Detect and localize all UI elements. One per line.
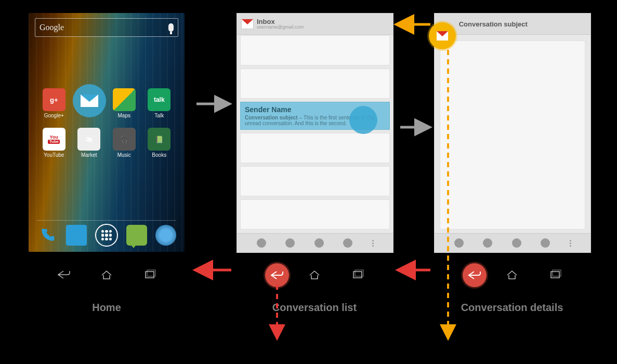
dock-phone[interactable]: [37, 225, 58, 246]
app-grid: g+Google+ MGmail Maps talkTalk YouTubeYo…: [38, 88, 175, 158]
caption-detail: Conversation details: [461, 302, 563, 314]
list-item[interactable]: [240, 35, 390, 65]
dock-contacts[interactable]: [66, 225, 87, 246]
app-talk[interactable]: talkTalk: [143, 88, 176, 118]
overflow-icon[interactable]: [372, 240, 374, 247]
dock-divider: [37, 220, 176, 221]
action-icon[interactable]: [314, 238, 324, 248]
dock-browser[interactable]: [155, 225, 176, 246]
conversation-rows: Sender Name Conversation subject – This …: [240, 35, 390, 232]
nav-recents[interactable]: [547, 269, 563, 282]
dock-all-apps[interactable]: [95, 224, 118, 247]
home-phone: Google g+Google+ MGmail Maps talkTalk Yo…: [29, 13, 185, 262]
diagram-stage: Google g+Google+ MGmail Maps talkTalk Yo…: [21, 13, 598, 304]
dock: [29, 224, 185, 247]
column-home: Google g+Google+ MGmail Maps talkTalk Yo…: [29, 13, 185, 314]
back-highlight: [463, 263, 487, 287]
ab-title: Conversation subject: [459, 21, 528, 28]
column-detail: ‹ Conversation subject: [434, 13, 590, 314]
search-label: Google: [40, 23, 64, 32]
gmail-icon: [437, 31, 448, 41]
nav-recents[interactable]: [142, 269, 157, 282]
nav-home[interactable]: [99, 269, 114, 282]
action-bar[interactable]: ‹ Conversation subject: [435, 14, 590, 35]
gmail-icon: [241, 19, 254, 29]
up-highlight: [429, 22, 456, 49]
app-maps[interactable]: Maps: [108, 88, 140, 118]
split-action-bar: [435, 233, 590, 252]
app-youtube[interactable]: YouTubeYouTube: [38, 128, 70, 158]
action-icon[interactable]: [483, 238, 492, 248]
action-icon[interactable]: [285, 238, 295, 248]
app-music[interactable]: 🎧Music: [108, 128, 140, 158]
detail-phone: ‹ Conversation subject: [434, 13, 590, 262]
list-item[interactable]: [240, 69, 390, 99]
inbox-screen: Inbox username@gmail.com Sender Name Con…: [237, 13, 393, 253]
list-item[interactable]: [240, 133, 390, 163]
dock-messaging[interactable]: [126, 225, 147, 246]
list-item[interactable]: [240, 199, 390, 230]
app-books[interactable]: 📗Books: [143, 128, 176, 158]
action-icon[interactable]: [541, 238, 550, 248]
column-list: Inbox username@gmail.com Sender Name Con…: [237, 13, 392, 314]
app-googleplus[interactable]: g+Google+: [38, 88, 70, 118]
system-navbar-home: [29, 266, 185, 285]
search-bar[interactable]: Google: [35, 18, 178, 37]
action-icon[interactable]: [454, 238, 464, 248]
action-icon[interactable]: [343, 238, 352, 248]
detail-screen: ‹ Conversation subject: [434, 13, 591, 253]
action-icon[interactable]: [257, 238, 266, 248]
action-bar[interactable]: Inbox username@gmail.com: [237, 14, 393, 35]
touch-indicator: [349, 106, 377, 134]
nav-back[interactable]: [56, 269, 72, 282]
back-highlight: [265, 263, 289, 287]
split-action-bar: [237, 233, 393, 252]
home-screen: Google g+Google+ MGmail Maps talkTalk Yo…: [29, 13, 185, 252]
list-phone: Inbox username@gmail.com Sender Name Con…: [237, 13, 392, 262]
message-body[interactable]: [440, 41, 585, 230]
overflow-icon[interactable]: [570, 240, 571, 247]
list-item[interactable]: [240, 166, 390, 196]
app-market[interactable]: 🛍Market: [73, 128, 106, 158]
nav-home[interactable]: [504, 269, 520, 282]
system-navbar-detail: [434, 266, 590, 285]
mic-icon[interactable]: [168, 23, 174, 32]
ab-subtitle: username@gmail.com: [257, 25, 304, 30]
caption-home: Home: [92, 302, 121, 314]
caption-list: Conversation list: [272, 302, 357, 314]
nav-home[interactable]: [307, 269, 322, 282]
nav-recents[interactable]: [350, 269, 365, 282]
system-navbar-list: [237, 266, 392, 285]
action-icon[interactable]: [512, 238, 521, 248]
